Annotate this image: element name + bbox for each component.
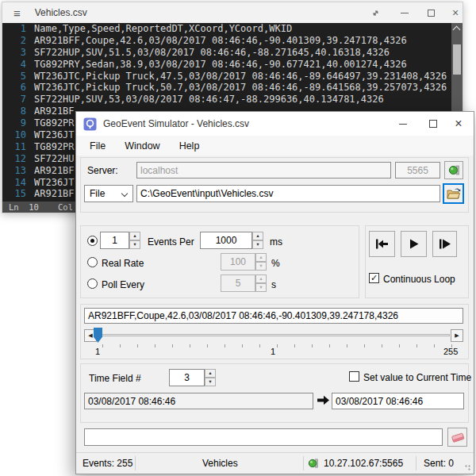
maximize-icon — [428, 10, 435, 17]
line-text: WT236JTC,Pickup Truck,50.7,03/08/2017 08… — [34, 82, 447, 94]
step-forward-icon — [438, 238, 451, 250]
set-current-time-label: Set value to Current Time — [363, 372, 471, 383]
spin-down-icon[interactable]: ▼ — [255, 283, 267, 292]
log-input[interactable] — [84, 428, 443, 446]
line-number: 9 — [2, 117, 26, 129]
time-field-spinner[interactable]: 3 ▲ ▼ — [169, 369, 216, 386]
spin-down-icon[interactable]: ▼ — [255, 262, 267, 271]
time-field-value[interactable]: 3 — [169, 369, 205, 386]
connection-status-icon — [308, 458, 319, 469]
minimize-icon — [401, 13, 409, 13]
line-number: 7 — [2, 94, 26, 106]
spin-down-icon[interactable]: ▼ — [252, 240, 263, 249]
line-number: 2 — [2, 35, 26, 47]
play-icon — [408, 238, 420, 250]
spin-up-icon[interactable]: ▲ — [255, 253, 267, 262]
simulator-close-button[interactable]: × — [447, 112, 470, 136]
hamburger-menu-icon[interactable]: ≡ — [13, 6, 21, 20]
editor-maximize-button[interactable] — [421, 2, 440, 23]
line-text: SF722HUP,SUV,53,03/08/2017 08:46:47,-88.… — [34, 94, 384, 106]
code-line: 6WT236JTC,Pickup Truck,50.7,03/08/2017 0… — [2, 82, 463, 94]
real-rate-radio[interactable] — [87, 257, 98, 267]
slider-right-button[interactable]: ▶ — [451, 329, 463, 342]
sent-count-status: Sent: 0 — [424, 458, 454, 469]
file-path-input[interactable]: C:\GeoEvent\input\Vehicles.csv — [136, 185, 440, 202]
events-unit-label: ms — [270, 236, 282, 248]
connect-button[interactable] — [444, 161, 463, 179]
line-text: TG892PR — [34, 141, 75, 153]
line-text: SF722HU — [34, 153, 75, 165]
code-line: 3SF722HUP,SUV,51.5,03/08/2017 08:46:46,-… — [2, 47, 463, 59]
spin-up-icon[interactable]: ▲ — [129, 232, 140, 240]
real-rate-value[interactable]: 100 — [221, 253, 255, 271]
poll-every-spinner[interactable]: 5 ▲ ▼ — [221, 274, 267, 292]
line-text: AR921BF — [34, 188, 75, 200]
events-count-spinner[interactable]: 1 ▲ ▼ — [100, 232, 140, 249]
line-text: WT236JT — [34, 129, 75, 141]
events-per-radio[interactable] — [87, 236, 98, 246]
step-button[interactable] — [432, 231, 457, 257]
event-slider-track[interactable] — [98, 334, 450, 336]
arrow-right-icon — [317, 394, 330, 406]
geoevent-simulator-window: GeoEvent Simulator - Vehicles.csv × File… — [75, 111, 474, 474]
menu-window[interactable]: Window — [115, 136, 169, 155]
menu-help[interactable]: Help — [170, 136, 209, 155]
poll-every-label: Poll Every — [102, 279, 144, 290]
server-port-input[interactable]: 5565 — [395, 162, 440, 178]
server-label: Server: — [87, 165, 118, 176]
open-folder-icon — [447, 188, 461, 200]
scrollbar-thumb[interactable] — [453, 44, 461, 75]
slider-mid-label: 1 — [271, 347, 275, 356]
code-line: 4TG892PRY,Sedan,38.9,03/08/2017 08:46:46… — [2, 59, 463, 71]
menu-file[interactable]: File — [80, 136, 115, 155]
resize-grip[interactable] — [465, 465, 471, 471]
server-address-status: 10.27.102.67:5565 — [324, 458, 403, 469]
events-interval-value[interactable]: 1000 — [200, 232, 252, 249]
geoevent-app-icon — [83, 117, 97, 131]
continuous-loop-checkbox[interactable]: ✓ — [369, 273, 379, 283]
spin-up-icon[interactable]: ▲ — [252, 232, 263, 240]
spin-up-icon[interactable]: ▲ — [205, 369, 216, 378]
line-number: 5 — [2, 71, 26, 83]
time-from-field[interactable]: 03/08/2017 08:46:46 — [84, 393, 313, 409]
server-host-input[interactable]: localhost — [136, 162, 391, 178]
events-count-status: Events: 255 — [83, 458, 132, 469]
scrollbar-up-icon — [453, 26, 461, 34]
time-to-field[interactable]: 03/08/2017 08:46:46 — [332, 393, 464, 409]
real-rate-spinner[interactable]: 100 ▲ ▼ — [221, 253, 267, 271]
close-icon: × — [455, 117, 462, 130]
statusbar: Events: 255 Vehicles 10.27.102.67:5565 S… — [76, 452, 474, 474]
line-number: 10 — [2, 129, 26, 141]
spin-down-icon[interactable]: ▼ — [129, 240, 140, 249]
simulator-minimize-button[interactable] — [392, 112, 414, 136]
events-interval-spinner[interactable]: 1000 ▲ ▼ — [200, 232, 263, 249]
line-text: AR921BF — [34, 106, 75, 117]
simulator-maximize-button[interactable] — [422, 112, 444, 136]
line-number: 15 — [2, 188, 26, 200]
line-text: WT236JT — [34, 177, 75, 189]
set-current-time-checkbox[interactable] — [349, 371, 359, 382]
source-type-dropdown[interactable]: File — [84, 185, 133, 202]
line-number: 3 — [2, 47, 26, 59]
line-number: 4 — [2, 59, 26, 71]
line-text: AR921BFF,Coupe,42.6,03/08/2017 08:46:46,… — [34, 35, 407, 47]
clear-log-button[interactable] — [447, 428, 467, 447]
line-number: 1 — [2, 23, 26, 35]
events-count-value[interactable]: 1 — [100, 232, 129, 249]
spin-up-icon[interactable]: ▲ — [255, 274, 267, 283]
editor-minimize-button[interactable] — [395, 2, 414, 23]
line-number: 12 — [2, 153, 26, 165]
maximize-icon — [429, 120, 437, 128]
current-event-field[interactable]: AR921BFF,Coupe,42.6,03/08/2017 08:46:46,… — [84, 308, 463, 324]
poll-every-value[interactable]: 5 — [221, 274, 255, 292]
check-icon: ✓ — [370, 274, 378, 282]
spin-down-icon[interactable]: ▼ — [205, 378, 216, 386]
editor-expand-button[interactable] — [366, 2, 385, 23]
editor-close-button[interactable]: × — [446, 2, 465, 23]
column-indicator: Col — [58, 202, 73, 212]
skip-to-start-button[interactable] — [369, 231, 395, 257]
browse-file-button[interactable] — [443, 183, 464, 204]
poll-every-radio[interactable] — [87, 278, 98, 289]
source-type-value: File — [90, 188, 105, 199]
play-button[interactable] — [401, 231, 427, 257]
